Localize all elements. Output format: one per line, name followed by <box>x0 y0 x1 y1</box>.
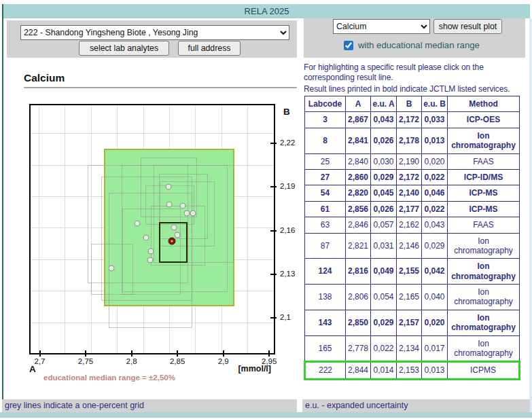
b-value-cell: 2,146 <box>397 233 422 259</box>
table-row[interactable]: 1242,8160,0492,1550,042Ion chromatograph… <box>305 259 520 285</box>
column-header: B <box>397 96 422 112</box>
labcode-cell: 61 <box>305 201 346 217</box>
table-row[interactable]: 1432,8500,0292,1570,020Ion chromatograph… <box>305 310 520 335</box>
grid-note: grey lines indicate a one-percent grid <box>2 399 297 412</box>
method-cell: Ion chromatography <box>448 259 520 285</box>
y-axis-label: B <box>283 107 290 117</box>
rela-results-page: RELA 2025 222 - Shandong Yingsheng Biote… <box>0 0 532 419</box>
table-row[interactable]: 272,8600,0292,1720,022ICP-ID/MS <box>305 169 520 185</box>
x-tick-label: 2,8 <box>117 357 147 365</box>
x-tick <box>223 350 224 357</box>
b-value-cell: 2,190 <box>397 153 422 169</box>
labcode-cell: 63 <box>305 217 346 233</box>
eu-b-cell: 0,029 <box>422 233 448 259</box>
table-row[interactable]: 1382,8060,0542,1650,040Ion chromatograph… <box>305 285 520 310</box>
eu-a-cell: 0,057 <box>371 217 397 233</box>
labcode-cell: 124 <box>305 259 346 285</box>
b-value-cell: 2,165 <box>397 285 422 310</box>
eu-b-cell: 0,020 <box>422 310 448 335</box>
eu-a-cell: 0,022 <box>371 335 397 362</box>
eu-a-cell: 0,045 <box>371 185 397 201</box>
labcode-cell: 143 <box>305 310 346 335</box>
method-cell: ICPMS <box>448 362 520 379</box>
x-tick-label: 2,85 <box>162 357 192 365</box>
eu-b-cell: 0,042 <box>422 259 448 285</box>
instruction-bold: Result lines printed in bold indicate JC… <box>304 84 532 94</box>
select-lab-analytes-button[interactable]: select lab analytes <box>79 41 169 56</box>
column-header: Labcode <box>305 96 346 112</box>
a-value-cell: 2,841 <box>346 128 371 153</box>
labcode-cell: 25 <box>305 153 346 169</box>
lab-result-point <box>166 202 172 208</box>
analyte-select[interactable]: Calcium <box>333 19 430 34</box>
x-tick <box>85 350 86 357</box>
a-value-cell: 2,821 <box>346 233 371 259</box>
labcode-cell: 3 <box>305 112 346 128</box>
y-tick <box>270 186 277 187</box>
lab-result-point <box>108 266 114 272</box>
eu-b-cell: 0,040 <box>422 285 448 310</box>
column-header: Method <box>448 96 520 112</box>
eu-a-cell: 0,030 <box>371 153 397 169</box>
lab-select[interactable]: 222 - Shandong Yingsheng Biote , Yesong … <box>20 25 289 40</box>
table-row[interactable]: 82,8410,0262,1780,013Ion chromatography <box>305 128 520 153</box>
grid-line <box>31 133 274 134</box>
axis-unit-label: [mmol/l] <box>222 364 271 374</box>
grid-line <box>247 105 248 353</box>
table-row[interactable]: 1652,7780,0222,1340,017Ion chromatograph… <box>305 335 520 362</box>
method-cell: FAAS <box>448 153 520 169</box>
method-cell: ICP-MS <box>448 185 520 201</box>
labcode-cell: 8 <box>305 128 346 153</box>
y-tick <box>270 230 277 232</box>
lab-result-point <box>143 235 149 241</box>
table-row[interactable]: 872,8210,0312,1460,029Ion chromatography <box>305 233 520 259</box>
page-title: RELA 2025 <box>245 6 289 16</box>
column-header: e.u. B <box>422 96 448 112</box>
labcode-cell: 87 <box>305 233 346 259</box>
table-row[interactable]: 612,8560,0262,1770,022ICP-MS <box>305 201 520 217</box>
eu-a-cell: 0,026 <box>371 128 397 153</box>
a-value-cell: 2,860 <box>346 169 371 185</box>
show-result-plot-button[interactable]: show result plot <box>433 19 502 34</box>
table-row[interactable]: 2222,8440,0142,1530,013ICPMS <box>305 362 520 379</box>
median-range-note: educational median range = ±2,50% <box>43 374 175 382</box>
b-value-cell: 2,162 <box>397 217 422 233</box>
results-table-head: LabcodeAe.u. ABe.u. BMethod <box>305 96 520 112</box>
b-value-cell: 2,172 <box>397 169 422 185</box>
table-row[interactable]: 252,8400,0302,1900,020FAAS <box>305 153 520 169</box>
table-row[interactable]: 632,8460,0572,1620,043FAAS <box>305 217 520 233</box>
a-value-cell: 2,778 <box>346 335 371 362</box>
y-tick-label: 2,22 <box>280 139 295 147</box>
b-value-cell: 2,140 <box>397 185 422 201</box>
a-value-cell: 2,816 <box>346 259 371 285</box>
table-row[interactable]: 542,8200,0452,1400,046ICP-MS <box>305 185 520 201</box>
median-range-checkbox-label[interactable]: with educational median range <box>358 40 480 50</box>
lab-result-point <box>180 203 186 209</box>
median-range-checkbox[interactable] <box>344 41 353 50</box>
method-cell: ICP-ID/MS <box>448 169 520 185</box>
eu-b-cell: 0,022 <box>422 201 448 217</box>
labcode-cell: 54 <box>305 185 346 201</box>
a-value-cell: 2,806 <box>346 285 371 310</box>
eu-a-cell: 0,026 <box>371 201 397 217</box>
x-tick-label: 2,75 <box>71 357 101 365</box>
labcode-cell: 222 <box>305 362 346 379</box>
method-cell: Ion chromatography <box>448 285 520 310</box>
b-value-cell: 2,155 <box>397 259 422 285</box>
method-cell: ICP-MS <box>448 201 520 217</box>
full-address-button[interactable]: full address <box>178 41 241 56</box>
lab-result-point <box>147 248 154 254</box>
result-plot <box>29 104 275 354</box>
method-cell: Ion chromatography <box>448 335 520 362</box>
a-value-cell: 2,844 <box>346 362 371 379</box>
x-tick <box>268 350 270 357</box>
table-row[interactable]: 32,8670,0432,1720,033ICP-OES <box>305 112 520 128</box>
labcode-cell: 165 <box>305 335 346 362</box>
eu-b-cell: 0,046 <box>422 185 448 201</box>
a-value-cell: 2,820 <box>346 185 371 201</box>
method-cell: Ion chromatography <box>448 310 520 335</box>
y-tick-label: 2,16 <box>280 226 295 234</box>
y-tick-label: 2,19 <box>280 182 295 190</box>
chart-title: Calcium <box>24 72 65 84</box>
x-tick <box>131 350 132 357</box>
